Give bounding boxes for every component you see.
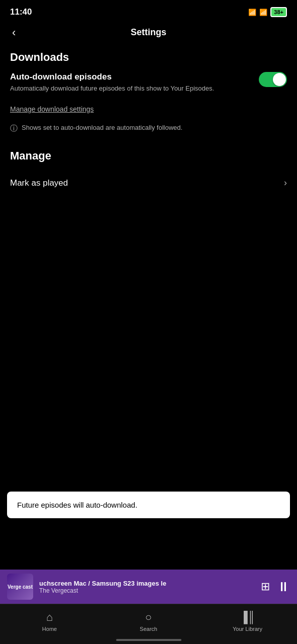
auto-download-label-group: Auto-download episodes Automatically dow… (10, 72, 259, 93)
bottom-nav: ⌂ Home ○ Search ▐║ Your Library (0, 604, 297, 644)
home-label: Home (42, 626, 57, 632)
podcast-logo: Verge cast (8, 584, 33, 590)
now-playing-info: uchscreen Mac / Samsung S23 images le Th… (39, 580, 255, 594)
now-playing-bar[interactable]: Verge cast uchscreen Mac / Samsung S23 i… (0, 570, 297, 604)
now-playing-subtitle: The Vergecast (39, 587, 255, 594)
auto-download-label: Auto-download episodes (10, 72, 251, 82)
search-label: Search (140, 626, 157, 632)
auto-download-toggle[interactable] (259, 72, 287, 87)
nav-search[interactable]: ○ Search (99, 611, 198, 632)
downloads-section-title: Downloads (10, 51, 287, 64)
info-icon: ⓘ (10, 124, 18, 133)
home-indicator (116, 639, 181, 641)
status-time: 11:40 (10, 7, 32, 17)
battery-indicator: 38+ (270, 7, 287, 17)
header: ‹ Settings (0, 22, 297, 46)
library-icon: ▐║ (240, 611, 255, 624)
toast-message: Future episodes will auto-download. (17, 501, 137, 509)
sim-icon: 📶 (248, 9, 256, 16)
page-title: Settings (131, 27, 166, 38)
pause-button[interactable]: ⏸ (277, 579, 290, 595)
mark-as-played-item[interactable]: Mark as played › (10, 171, 287, 195)
nav-home[interactable]: ⌂ Home (0, 611, 99, 632)
nav-library[interactable]: ▐║ Your Library (198, 611, 297, 632)
manage-section-title: Manage (10, 149, 287, 163)
settings-content: Downloads Auto-download episodes Automat… (0, 46, 297, 195)
wifi-icon: 📶 (259, 9, 267, 16)
manage-section: Manage Mark as played › (10, 149, 287, 195)
mark-as-played-label: Mark as played (10, 178, 68, 188)
now-playing-title: uchscreen Mac / Samsung S23 images le (39, 580, 255, 587)
now-playing-controls: ⊞ ⏸ (261, 579, 290, 595)
chevron-right-icon: › (284, 178, 287, 188)
info-notice: ⓘ Shows set to auto-download are automat… (10, 123, 287, 145)
status-icons: 📶 📶 38+ (248, 7, 287, 17)
status-bar: 11:40 📶 📶 38+ (0, 0, 297, 22)
auto-download-row: Auto-download episodes Automatically dow… (10, 72, 287, 93)
album-art: Verge cast (7, 574, 33, 600)
info-notice-text: Shows set to auto-download are automatic… (22, 123, 182, 132)
connect-device-icon[interactable]: ⊞ (261, 580, 270, 593)
back-button[interactable]: ‹ (10, 24, 18, 41)
library-label: Your Library (233, 626, 262, 632)
toast-notification: Future episodes will auto-download. (7, 492, 290, 518)
auto-download-description: Automatically download future episodes o… (10, 84, 251, 93)
manage-download-settings-link[interactable]: Manage download settings (10, 105, 94, 113)
search-icon: ○ (145, 611, 152, 624)
home-icon: ⌂ (46, 611, 53, 624)
